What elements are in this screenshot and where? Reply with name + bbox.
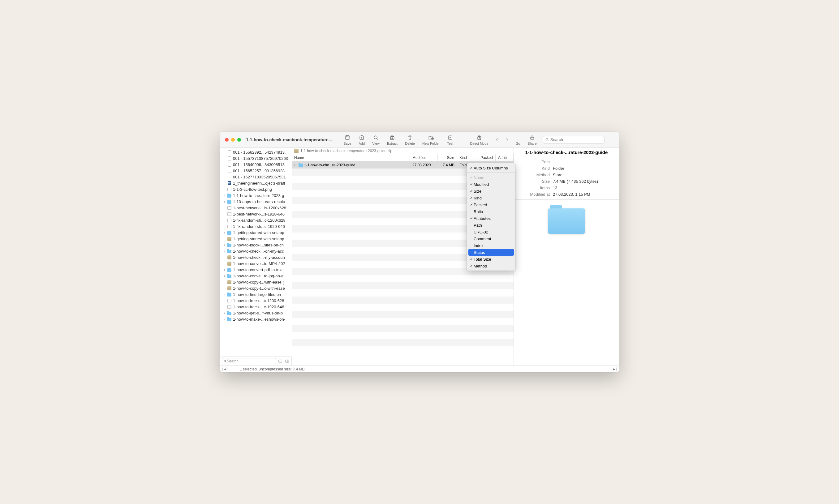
nav-back-button[interactable] bbox=[492, 136, 502, 143]
table-row-empty bbox=[292, 289, 513, 296]
sidebar-item[interactable]: 1-1-3-cc-flow-test.png bbox=[220, 186, 292, 192]
sidebar[interactable]: 001 - 15562392...542374913.001 - 1557371… bbox=[220, 148, 292, 357]
sidebar-item[interactable]: 001 - 15640996...843008513 bbox=[220, 161, 292, 167]
size-value: 7,4 MB (7 435 362 bytes) bbox=[553, 179, 615, 184]
doc-icon bbox=[227, 174, 232, 179]
disclosure-icon[interactable]: › bbox=[223, 250, 226, 253]
go-button[interactable]: Go bbox=[512, 134, 524, 145]
sidebar-item[interactable]: ›1-how-to-conve...to-jpg-on-a bbox=[220, 273, 292, 279]
disclosure-icon[interactable]: › bbox=[223, 194, 226, 197]
menu-crc32[interactable]: CRC-32 bbox=[467, 229, 515, 235]
column-context-menu: ✓Auto Size Columns ✓Name ✓Modified ✓Size… bbox=[467, 163, 515, 271]
sidebar-item[interactable]: 001 - 15573713875720970263 bbox=[220, 155, 292, 161]
sidebar-item[interactable]: 1-how-to-free-u...c-1200-628 bbox=[220, 298, 292, 304]
statusbar-left-button[interactable]: ◀ bbox=[223, 367, 227, 371]
add-button[interactable]: Add bbox=[355, 134, 368, 145]
details-fields: Path KindFolder MethodStore Size7,4 MB (… bbox=[514, 157, 619, 200]
new-folder-button[interactable]: New Folder bbox=[419, 134, 443, 145]
sidebar-item[interactable]: 1-how-to-conve...to-MP4-202 bbox=[220, 260, 292, 267]
nav-forward-button[interactable] bbox=[502, 136, 512, 143]
disclosure-icon[interactable]: › bbox=[223, 318, 226, 321]
sidebar-toggle-icon[interactable] bbox=[278, 359, 283, 363]
sidebar-item[interactable]: ›1-how-to-make-...eshows-on- bbox=[220, 316, 292, 322]
sidebar-item[interactable]: 1-best-network-...s-1920-646 bbox=[220, 211, 292, 217]
disclosure-icon[interactable]: › bbox=[223, 268, 226, 271]
menu-comment[interactable]: Comment bbox=[467, 235, 515, 242]
close-window-button[interactable] bbox=[225, 138, 229, 142]
col-name[interactable]: Name bbox=[292, 154, 410, 161]
toolbar: Save Add View Extract Delete New Folder bbox=[340, 134, 614, 145]
disclosure-icon[interactable]: › bbox=[223, 231, 226, 234]
col-packed[interactable]: Packed bbox=[474, 154, 495, 161]
sidebar-item[interactable]: ›1-1-how-to-che...ture-2023-g bbox=[220, 192, 292, 198]
disclosure-icon[interactable]: › bbox=[223, 293, 226, 296]
sidebar-item[interactable]: 1-how-to-copy-t...c-with-ease bbox=[220, 285, 292, 291]
sidebar-item[interactable]: 001 - 15562392...542374913. bbox=[220, 149, 292, 155]
sidebar-item[interactable]: ›1-how-to-convert-pdf-to-text bbox=[220, 267, 292, 273]
menu-auto-size[interactable]: ✓Auto Size Columns bbox=[467, 164, 515, 171]
toolbar-search-input[interactable] bbox=[550, 137, 602, 142]
sidebar-item[interactable]: ›1-how-to-find-large-files-on- bbox=[220, 291, 292, 298]
table-row-empty bbox=[292, 304, 513, 311]
sidebar-item[interactable]: ›1-getting-started-with-setapp bbox=[220, 230, 292, 236]
test-button[interactable]: Test bbox=[443, 134, 457, 145]
direct-mode-button[interactable]: Direct Mode bbox=[466, 134, 492, 145]
menu-size[interactable]: ✓Size bbox=[467, 188, 515, 195]
sidebar-item[interactable]: 1-fix-random-sh...c-1200x628 bbox=[220, 217, 292, 223]
table-row-empty bbox=[292, 325, 513, 332]
path-value bbox=[553, 160, 615, 164]
sidebar-search-input[interactable] bbox=[227, 359, 275, 363]
menu-ratio[interactable]: Ratio bbox=[467, 208, 515, 215]
delete-button[interactable]: Delete bbox=[401, 134, 419, 145]
sidebar-item[interactable]: ›1-10-apps-to-he...ears-resolu bbox=[220, 198, 292, 205]
sidebar-preview-icon[interactable] bbox=[285, 359, 290, 363]
sidebar-item[interactable]: 1-best-network-...ls-1200x628 bbox=[220, 205, 292, 211]
folder-icon bbox=[227, 230, 232, 235]
col-kind[interactable]: Kind bbox=[457, 154, 474, 161]
sidebar-search[interactable] bbox=[222, 358, 276, 364]
menu-modified[interactable]: ✓Modified bbox=[467, 181, 515, 188]
toolbar-search[interactable] bbox=[543, 136, 605, 143]
sidebar-item[interactable]: ›1-how-to-block-...sites-on-ch bbox=[220, 242, 292, 248]
breadcrumb[interactable]: 1-1-how-to-check-macbook-temperature-202… bbox=[292, 148, 513, 154]
sidebar-item-label: 1-1-3-cc-flow-test.png bbox=[233, 187, 272, 192]
sidebar-item[interactable]: ›1-how-to-get-ri...f-virus-on-p bbox=[220, 310, 292, 316]
col-attributes[interactable]: Attrib bbox=[495, 154, 513, 161]
disclosure-icon[interactable]: › bbox=[223, 274, 226, 278]
view-button[interactable]: View bbox=[368, 134, 383, 145]
sidebar-item[interactable]: 1-fix-random-sh...c-1920-646 bbox=[220, 223, 292, 230]
sidebar-item[interactable]: 1-getting-started-with-setapp bbox=[220, 236, 292, 242]
column-headers[interactable]: Name Modified Size Kind Packed Attrib bbox=[292, 154, 513, 161]
sidebar-item[interactable]: ›1-how-to-check...-on-my-acc bbox=[220, 248, 292, 254]
menu-attributes[interactable]: ✓Attributes bbox=[467, 215, 515, 222]
menu-name[interactable]: ✓Name bbox=[467, 174, 515, 181]
menu-path[interactable]: Path bbox=[467, 222, 515, 229]
sidebar-item[interactable]: 001 - 15652257...991356928. bbox=[220, 167, 292, 174]
menu-status[interactable]: Status bbox=[468, 249, 514, 256]
sidebar-item[interactable]: 001 - 1627718335205867531 bbox=[220, 174, 292, 180]
sidebar-item[interactable]: 1_theengineerin...ojects-draft bbox=[220, 180, 292, 186]
sidebar-item[interactable]: 1-how-to-check...-my-accoun bbox=[220, 254, 292, 260]
col-modified[interactable]: Modified bbox=[410, 154, 438, 161]
extract-button[interactable]: Extract bbox=[383, 134, 401, 145]
col-size[interactable]: Size bbox=[438, 154, 457, 161]
save-button[interactable]: Save bbox=[340, 134, 355, 145]
sidebar-item[interactable]: 1-how-to-free-u...c-1920-646 bbox=[220, 304, 292, 310]
sidebar-item[interactable]: 1-how-to-copy-t...with-ease ( bbox=[220, 279, 292, 285]
disclosure-icon[interactable]: › bbox=[223, 200, 226, 203]
statusbar-right-button[interactable]: ▶ bbox=[612, 367, 616, 371]
window-title: 1-1-how-to-check-macbook-temperature-... bbox=[246, 137, 333, 142]
disclosure-icon[interactable]: › bbox=[223, 244, 226, 247]
disclosure-icon[interactable]: › bbox=[223, 311, 226, 315]
sidebar-item-label: 1-how-to-check...-on-my-acc bbox=[233, 249, 284, 254]
disclosure-icon[interactable]: › bbox=[294, 163, 297, 167]
menu-totalsize[interactable]: ✓Total Size bbox=[467, 256, 515, 263]
menu-kind[interactable]: ✓Kind bbox=[467, 195, 515, 201]
image-icon bbox=[227, 187, 232, 192]
menu-index[interactable]: Index bbox=[467, 242, 515, 249]
menu-packed[interactable]: ✓Packed bbox=[467, 201, 515, 208]
zoom-window-button[interactable] bbox=[237, 138, 241, 142]
share-button[interactable]: Share bbox=[524, 134, 540, 145]
minimize-window-button[interactable] bbox=[231, 138, 235, 142]
menu-method[interactable]: ✓Method bbox=[467, 263, 515, 269]
